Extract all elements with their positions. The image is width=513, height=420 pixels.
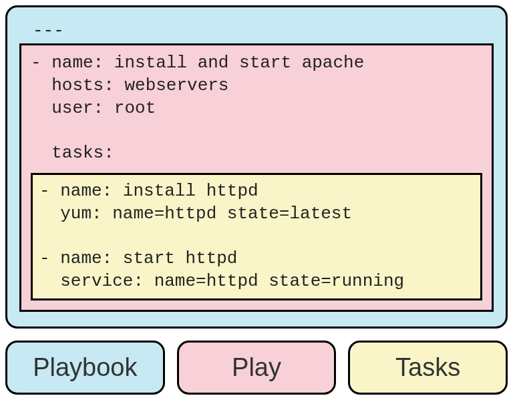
playbook-box: --- - name: install and start apache hos…	[5, 5, 508, 329]
play-tasks-key: tasks:	[31, 142, 482, 165]
tasks-box: - name: install httpd yum: name=httpd st…	[31, 173, 482, 300]
task2-service-line: service: name=httpd state=running	[39, 270, 474, 293]
play-box: - name: install and start apache hosts: …	[19, 43, 494, 312]
play-blank-line	[31, 120, 482, 142]
play-hosts-line: hosts: webservers	[31, 75, 482, 97]
tasks-blank-line	[39, 226, 474, 248]
yaml-doc-marker: ---	[33, 21, 494, 41]
legend-row: Playbook Play Tasks	[5, 341, 508, 395]
legend-tasks: Tasks	[348, 341, 508, 395]
legend-play: Play	[177, 341, 337, 395]
task1-name-line: - name: install httpd	[39, 180, 474, 203]
task1-yum-line: yum: name=httpd state=latest	[39, 203, 474, 226]
task2-name-line: - name: start httpd	[39, 248, 474, 270]
play-name-line: - name: install and start apache	[31, 52, 482, 75]
legend-playbook: Playbook	[5, 341, 165, 395]
play-user-line: user: root	[31, 97, 482, 120]
